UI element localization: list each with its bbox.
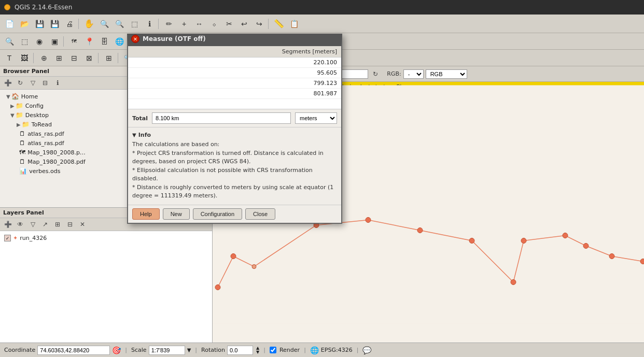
svg-point-2 bbox=[231, 254, 236, 259]
measure-title: Measure (OTF off) bbox=[143, 35, 206, 42]
measure-total-row: Total meters kilometers feet miles degre… bbox=[128, 109, 341, 127]
scale-label: Scale bbox=[131, 347, 147, 353]
channel-select[interactable]: - R G B bbox=[403, 69, 424, 79]
print-btn[interactable]: 🖨 bbox=[62, 17, 77, 31]
new-project-btn[interactable]: 📄 bbox=[2, 17, 17, 31]
undo-btn[interactable]: ↩ bbox=[237, 17, 251, 31]
measure-new-btn[interactable]: New bbox=[163, 208, 190, 220]
layers-panel: Layers Panel □ ✕ ➕ 👁 ▽ ↗ ⊞ ⊟ ✕ ✓ ✦ run bbox=[0, 208, 212, 342]
move-feature-btn[interactable]: ↔ bbox=[192, 17, 206, 31]
add-text-btn[interactable]: T bbox=[2, 51, 17, 65]
coordinate-input[interactable] bbox=[37, 346, 110, 355]
tree-icon-config: 📁 bbox=[16, 102, 23, 109]
add-feature-btn[interactable]: + bbox=[177, 17, 191, 31]
rotation-input[interactable] bbox=[227, 346, 253, 355]
measure-btn[interactable]: 📏 bbox=[272, 17, 286, 31]
measure-help-btn[interactable]: Help bbox=[132, 208, 160, 220]
layer-btn[interactable]: ⬚ bbox=[17, 35, 32, 48]
svg-point-9 bbox=[521, 238, 526, 244]
snap2-btn[interactable]: ⊞ bbox=[52, 51, 66, 65]
crs-item[interactable]: 🌐 EPSG:4326 bbox=[310, 346, 353, 354]
select-btn[interactable]: ⬚ bbox=[127, 17, 142, 31]
identify-btn[interactable]: ℹ bbox=[142, 17, 157, 31]
toolbar-sep-7 bbox=[33, 53, 35, 63]
measure-row-3: 799.123 bbox=[128, 78, 341, 89]
snap3-btn[interactable]: ⊟ bbox=[67, 51, 81, 65]
toolbar-sep-9 bbox=[118, 53, 120, 63]
add-img-btn[interactable]: 🖼 bbox=[17, 51, 32, 65]
browser-panel-title: Browser Panel bbox=[3, 68, 49, 75]
coordinate-label: Coordinate bbox=[4, 347, 35, 353]
layer-name: run_4326 bbox=[20, 235, 47, 241]
title-bar: QGIS 2.14.6-Essen bbox=[0, 0, 644, 15]
open-project-btn[interactable]: 📂 bbox=[17, 17, 32, 31]
save-as-btn[interactable]: 💾 bbox=[47, 17, 62, 31]
layer-checkbox[interactable]: ✓ bbox=[4, 235, 11, 241]
layers-remove-btn[interactable]: ✕ bbox=[77, 219, 88, 230]
tree-icon-map2: 🗒 bbox=[19, 158, 25, 165]
measure-unit-select[interactable]: meters kilometers feet miles degrees bbox=[295, 112, 337, 124]
measure-total-input[interactable] bbox=[152, 112, 291, 124]
search-btn[interactable]: 🔍 bbox=[2, 35, 17, 48]
rgb-mode-select[interactable]: RGB Grayscale bbox=[426, 69, 467, 79]
measure-configuration-btn[interactable]: Configuration bbox=[193, 208, 242, 220]
svg-point-8 bbox=[511, 280, 516, 285]
coordinate-item: Coordinate 🎯 bbox=[4, 346, 121, 355]
pan-btn[interactable]: ✋ bbox=[82, 17, 96, 31]
tree-label-atlas2: atlas_ras.pdf bbox=[27, 140, 64, 147]
layers-add-btn[interactable]: ➕ bbox=[2, 219, 13, 230]
measure-info-text: The calculations are based on: * Project… bbox=[132, 140, 337, 201]
select2-btn[interactable]: ◉ bbox=[32, 35, 47, 48]
input-image-refresh-btn[interactable]: ↻ bbox=[370, 69, 381, 79]
measure-titlebar: ✕ Measure (OTF off) bbox=[128, 35, 341, 43]
messages-icon: 💬 bbox=[362, 346, 371, 354]
snap4-btn[interactable]: ⊠ bbox=[82, 51, 96, 65]
add-raster-btn[interactable]: 🗺 bbox=[67, 35, 81, 48]
layers-filter-btn[interactable]: ▽ bbox=[27, 219, 38, 230]
tree-icon-atlas2: 🗒 bbox=[19, 139, 25, 147]
open-table-btn[interactable]: 📋 bbox=[287, 17, 301, 31]
edit-btn[interactable]: ✏ bbox=[162, 17, 176, 31]
select3-btn[interactable]: ▣ bbox=[47, 35, 62, 48]
browser-info-btn[interactable]: ℹ bbox=[52, 78, 63, 88]
grid-btn[interactable]: ⊞ bbox=[102, 51, 116, 65]
messages-item[interactable]: 💬 bbox=[362, 346, 371, 354]
db-btn[interactable]: 🗄 bbox=[97, 35, 111, 48]
tree-label-atlas1: atlas_ras.pdf bbox=[27, 131, 64, 137]
warning-close-btn[interactable]: ✕ bbox=[632, 86, 640, 94]
browser-refresh-btn[interactable]: ↻ bbox=[15, 78, 26, 88]
scale-dropdown-btn[interactable]: ▼ bbox=[187, 347, 191, 353]
browser-filter-btn[interactable]: ▽ bbox=[27, 78, 38, 88]
rotation-down[interactable]: ▼ bbox=[256, 350, 259, 354]
tree-arrow-map2 bbox=[17, 159, 18, 165]
zoom-out-btn[interactable]: 🔍 bbox=[112, 17, 127, 31]
layers-collapse-btn[interactable]: ⊟ bbox=[64, 219, 76, 230]
scale-input[interactable] bbox=[149, 346, 185, 355]
node-tool-btn[interactable]: ⬦ bbox=[207, 17, 221, 31]
save-project-btn[interactable]: 💾 bbox=[32, 17, 47, 31]
layers-expand-btn[interactable]: ⊞ bbox=[52, 219, 63, 230]
svg-point-1 bbox=[215, 285, 220, 290]
snap1-btn[interactable]: ⊕ bbox=[37, 51, 51, 65]
layers-by-map-btn[interactable]: ↗ bbox=[39, 219, 51, 230]
wms-btn[interactable]: 🌐 bbox=[112, 35, 127, 48]
tree-arrow-verbes bbox=[17, 168, 18, 174]
layer-run4326[interactable]: ✓ ✦ run_4326 bbox=[2, 233, 210, 243]
measure-close-btn[interactable]: ✕ bbox=[131, 35, 139, 43]
render-checkbox[interactable] bbox=[270, 347, 276, 353]
measure-info-toggle[interactable]: ▼ Info bbox=[132, 132, 337, 138]
delete-btn[interactable]: ✂ bbox=[222, 17, 236, 31]
statusbar: Coordinate 🎯 | Scale ▼ | Rotation ▲ ▼ | … bbox=[0, 342, 644, 357]
rotation-spinner[interactable]: ▲ ▼ bbox=[256, 346, 259, 354]
measure-close-dialog-btn[interactable]: Close bbox=[245, 208, 275, 220]
browser-add-btn[interactable]: ➕ bbox=[2, 78, 13, 88]
measure-segments-header: Segments [meters] bbox=[128, 46, 341, 58]
tree-arrow-home: ▼ bbox=[6, 94, 10, 99]
svg-point-7 bbox=[469, 238, 474, 244]
browser-collapse-btn[interactable]: ⊟ bbox=[39, 78, 51, 88]
zoom-in-btn[interactable]: 🔍 bbox=[97, 17, 111, 31]
redo-btn[interactable]: ↪ bbox=[252, 17, 267, 31]
measure-info-header-label: Info bbox=[138, 132, 151, 138]
layers-visibility-btn[interactable]: 👁 bbox=[15, 219, 26, 230]
add-vector-btn[interactable]: 📍 bbox=[82, 35, 96, 48]
